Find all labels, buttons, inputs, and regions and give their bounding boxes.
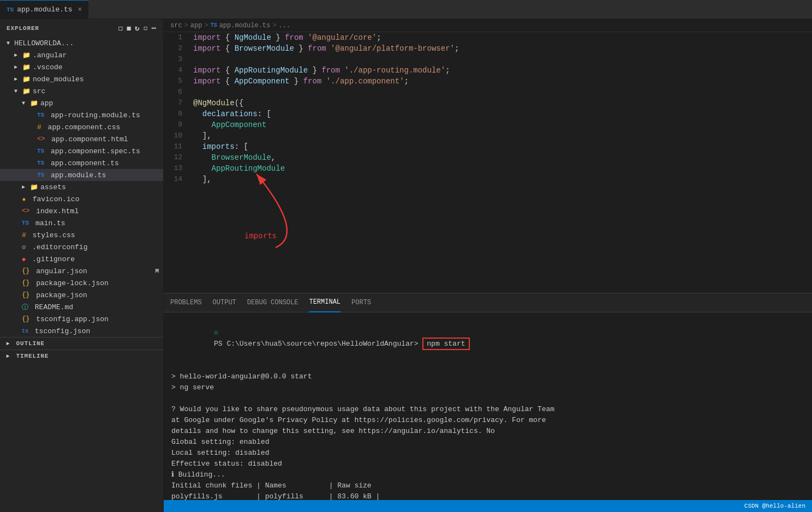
tab-problems[interactable]: PROBLEMS (170, 293, 202, 312)
ts-file-icon: TS (7, 7, 14, 13)
line-content (191, 54, 812, 65)
spacer (12, 232, 20, 238)
spacer (12, 328, 20, 334)
terminal-output-11: ℹ Building... (171, 469, 804, 480)
chevron-right-icon: ► (12, 64, 20, 70)
spacer (12, 280, 20, 286)
spacer (27, 160, 35, 166)
tab-app-module[interactable]: TS app.module.ts × (0, 0, 89, 19)
sidebar-item-app-component-spec[interactable]: TS app.component.spec.ts (0, 145, 163, 157)
breadcrumb-src: src (170, 22, 182, 29)
sidebar-item-main-ts[interactable]: TS main.ts (0, 217, 163, 229)
breadcrumb-ts-icon: TS (211, 22, 217, 28)
sidebar-header: EXPLORER ◻ ◼ ↻ ◽ ⋯ (0, 19, 163, 37)
new-folder-icon[interactable]: ◼ (127, 23, 132, 33)
chevron-right-icon: ► (4, 353, 12, 359)
tab-close-button[interactable]: × (78, 6, 82, 14)
sidebar-label: app.component.css (44, 123, 120, 131)
sidebar-item-index-html[interactable]: <> index.html (0, 205, 163, 217)
sidebar-label: app (40, 99, 53, 107)
sidebar-item-favicon[interactable]: ★ favicon.ico (0, 193, 163, 205)
line-content: import { AppRoutingModule } from './app-… (191, 65, 812, 76)
breadcrumb-rest: ... (278, 22, 290, 29)
code-line-2: 2 import { BrowserModule } from '@angula… (164, 43, 812, 54)
sidebar-label: .gitignore (28, 255, 75, 263)
info-icon: ⓘ (22, 303, 28, 312)
spacer (27, 172, 35, 178)
spacer (12, 244, 20, 250)
terminal-output-4 (171, 393, 804, 404)
sidebar-item-app-component-css[interactable]: # app.component.css (0, 121, 163, 133)
chevron-right-icon: ► (12, 76, 20, 82)
sidebar-label: .angular (33, 51, 67, 59)
more-actions-icon[interactable]: ⋯ (152, 23, 157, 33)
tab-terminal[interactable]: TERMINAL (309, 293, 341, 312)
sidebar-item-styles-css[interactable]: # styles.css (0, 229, 163, 241)
sidebar-label: assets (40, 183, 66, 191)
status-right-text: CSDN @hello-alien (744, 503, 805, 509)
refresh-icon[interactable]: ↻ (135, 23, 140, 33)
code-line-12: 12 BrowserModule, (164, 152, 812, 163)
line-number: 9 (164, 119, 191, 130)
code-line-8: 8 declarations: [ (164, 109, 812, 119)
sidebar-item-app-component-html[interactable]: <> app.component.html (0, 133, 163, 145)
line-content (191, 87, 812, 98)
timeline-section-header[interactable]: ► TIMELINE (0, 350, 163, 362)
breadcrumb-sep: > (204, 22, 208, 29)
sidebar-item-app[interactable]: ▼ 📁 app (0, 97, 163, 109)
line-number: 12 (164, 152, 191, 163)
tab-label: app.module.ts (17, 5, 72, 14)
sidebar-item-angular-json[interactable]: {} angular.json M (0, 265, 163, 277)
sidebar-item-app-component-ts[interactable]: TS app.component.ts (0, 157, 163, 169)
spacer (12, 268, 20, 274)
sidebar-label: app.component.html (47, 135, 128, 143)
sidebar-item-editorconfig[interactable]: ⚙ .editorconfig (0, 241, 163, 253)
tab-output[interactable]: OUTPUT (213, 293, 236, 312)
sidebar-item-node-modules[interactable]: ► 📁 node_modules (0, 73, 163, 85)
sidebar-label: app-routing.module.ts (46, 111, 140, 119)
tab-ports[interactable]: PORTS (351, 293, 371, 312)
sidebar-item-assets[interactable]: ► 📁 assets (0, 181, 163, 193)
ts-file-icon: TS (37, 160, 44, 166)
sidebar-label: tsconfig.app.json (32, 315, 108, 323)
terminal-output-6: at Google under Google's Privacy Policy … (171, 415, 804, 426)
json-icon: {} (22, 315, 29, 323)
sidebar-item-app-module[interactable]: TS app.module.ts (0, 169, 163, 181)
tab-debug-console[interactable]: DEBUG CONSOLE (247, 293, 298, 312)
new-file-icon[interactable]: ◻ (118, 23, 123, 33)
line-content: declarations: [ (191, 109, 812, 119)
code-line-13: 13 AppRoutingModule (164, 163, 812, 174)
sidebar-item-tsconfig-app[interactable]: {} tsconfig.app.json (0, 313, 163, 325)
chevron-down-icon: ▼ (20, 100, 27, 106)
ts-file-icon: TS (37, 112, 44, 118)
line-number: 10 (164, 130, 191, 141)
line-content: AppComponent (191, 119, 812, 130)
code-line-7: 7 @NgModule({ (164, 98, 812, 109)
chevron-down-icon: ▼ (4, 40, 12, 46)
outline-section-header[interactable]: ► OUTLINE (0, 338, 163, 350)
terminal-content: ○ PS C:\Users\hua5\source\repos\HelloWor… (164, 312, 812, 500)
chevron-right-icon: ► (12, 52, 20, 58)
json-icon: {} (22, 279, 29, 287)
sidebar-item-angular[interactable]: ► 📁 .angular (0, 49, 163, 61)
json-icon: {} (22, 291, 29, 299)
collapse-icon[interactable]: ◽ (143, 23, 148, 33)
sidebar-item-vscode[interactable]: ► 📁 .vscode (0, 61, 163, 73)
code-line-6: 6 (164, 87, 812, 98)
sidebar-item-src[interactable]: ▼ 📁 src (0, 85, 163, 97)
sidebar-item-app-routing[interactable]: TS app-routing.module.ts (0, 109, 163, 121)
sidebar-item-package-lock[interactable]: {} package-lock.json (0, 277, 163, 289)
sidebar-label: index.html (32, 207, 79, 215)
sidebar-item-tsconfig[interactable]: ts tsconfig.json (0, 325, 163, 337)
sidebar-item-package-json[interactable]: {} package.json (0, 289, 163, 301)
npm-command-box: npm start (422, 338, 469, 350)
sidebar-item-gitignore[interactable]: ◆ .gitignore (0, 253, 163, 265)
terminal-output-12: Initial chunk files | Names | Raw size (171, 480, 804, 491)
sidebar-item-readme[interactable]: ⓘ README.md (0, 301, 163, 313)
sidebar-tree: ▼ HELLOWORLDA... ► 📁 .angular ► 📁 .vscod… (0, 37, 163, 512)
terminal-prompt-line: ○ PS C:\Users\hua5\source\repos\HelloWor… (171, 317, 804, 360)
folder-icon: 📁 (29, 183, 38, 191)
root-folder[interactable]: ▼ HELLOWORLDA... (0, 37, 163, 49)
terminal-output-7: details and how to change this setting, … (171, 426, 804, 437)
folder-icon: 📁 (22, 75, 31, 83)
